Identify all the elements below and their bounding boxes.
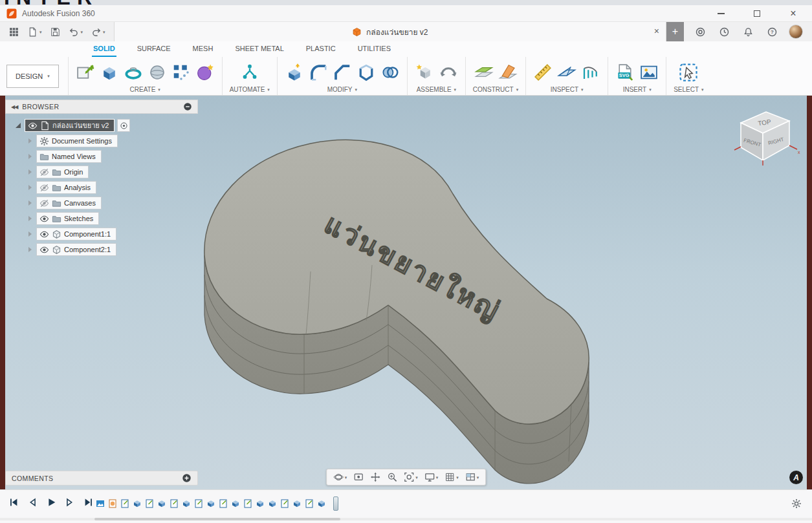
timeline-item-sketch[interactable] bbox=[145, 499, 154, 508]
step-forward-button[interactable] bbox=[64, 496, 76, 508]
create-sketch-button[interactable] bbox=[76, 63, 95, 82]
timeline-item-canvas[interactable] bbox=[96, 499, 105, 508]
timeline-item-extrude[interactable] bbox=[268, 499, 277, 508]
timeline-item-extrude[interactable] bbox=[182, 499, 191, 508]
timeline-scroll-thumb[interactable] bbox=[94, 518, 340, 520]
browser-item-chip[interactable]: Analysis bbox=[36, 181, 96, 194]
pan-button[interactable] bbox=[370, 472, 380, 482]
viewports-button[interactable]: ▾ bbox=[465, 472, 479, 482]
redo-button[interactable]: ▾ bbox=[89, 25, 107, 39]
timeline-item-appearance[interactable] bbox=[108, 499, 117, 508]
grid-display-button[interactable]: ▾ bbox=[444, 472, 459, 482]
browser-item-chip[interactable]: Named Views bbox=[36, 150, 102, 163]
fillet-button[interactable] bbox=[309, 63, 328, 82]
chamfer-button[interactable] bbox=[333, 63, 352, 82]
expand-arrow-icon[interactable] bbox=[28, 200, 32, 206]
browser-root-chip[interactable]: กล่องแว่นขยาย v2 bbox=[25, 119, 115, 132]
pattern-button[interactable] bbox=[171, 63, 191, 82]
eye-visible-icon[interactable] bbox=[28, 121, 38, 131]
expand-arrow-icon[interactable] bbox=[28, 185, 32, 190]
eye-hidden-icon[interactable] bbox=[39, 198, 49, 208]
timeline-item-sketch[interactable] bbox=[243, 499, 252, 508]
comments-bar[interactable]: COMMENTS bbox=[5, 471, 198, 486]
browser-header[interactable]: ◀◀ BROWSER bbox=[5, 100, 198, 114]
ribbon-tab-plastic[interactable]: PLASTIC bbox=[305, 41, 337, 57]
file-button[interactable]: ▾ bbox=[25, 25, 44, 39]
browser-item-chip[interactable]: Component2:1 bbox=[36, 243, 116, 256]
play-button[interactable] bbox=[45, 496, 57, 508]
timeline-item-extrude[interactable] bbox=[317, 499, 326, 508]
automate-button[interactable] bbox=[240, 63, 259, 82]
look-at-button[interactable] bbox=[353, 472, 364, 482]
expand-arrow-icon[interactable] bbox=[28, 247, 32, 252]
undo-button[interactable]: ▾ bbox=[67, 25, 85, 39]
ribbon-group-label[interactable]: MODIFY▾ bbox=[327, 85, 357, 93]
browser-item-chip[interactable]: Component1:1 bbox=[36, 228, 116, 240]
close-button[interactable]: × bbox=[786, 7, 800, 20]
new-document-button[interactable]: + bbox=[666, 22, 684, 41]
press-pull-button[interactable] bbox=[285, 63, 304, 82]
ribbon-group-label[interactable]: INSPECT▾ bbox=[551, 85, 584, 93]
ribbon-tab-solid[interactable]: SOLID bbox=[92, 41, 116, 57]
timeline-settings-gear-icon[interactable] bbox=[791, 498, 802, 509]
step-back-button[interactable] bbox=[27, 496, 38, 508]
ribbon-tab-surface[interactable]: SURFACE bbox=[136, 41, 172, 57]
orbit-button[interactable]: ▾ bbox=[333, 472, 347, 482]
timeline-item-extrude[interactable] bbox=[133, 499, 142, 508]
sphere-button[interactable] bbox=[148, 63, 167, 82]
activate-component-icon[interactable] bbox=[117, 119, 130, 132]
user-avatar[interactable] bbox=[789, 25, 803, 39]
ribbon-tab-utilities[interactable]: UTILITIES bbox=[357, 41, 392, 57]
viewport-canvas[interactable]: แว่นขยายใหญ่ ◀◀ BROWSER กล่องแว่นขยาย v2… bbox=[0, 96, 812, 489]
browser-item-chip[interactable]: Canvases bbox=[36, 197, 102, 209]
clock-button[interactable] bbox=[717, 25, 732, 39]
ribbon-group-label[interactable]: CREATE▾ bbox=[130, 85, 160, 93]
eye-visible-icon[interactable] bbox=[39, 214, 49, 224]
collapse-arrow-icon[interactable] bbox=[16, 123, 21, 128]
timeline-item-sketch[interactable] bbox=[194, 499, 203, 508]
timeline-item-sketch[interactable] bbox=[280, 499, 289, 508]
eye-hidden-icon[interactable] bbox=[39, 167, 49, 177]
insert-canvas-button[interactable] bbox=[639, 63, 659, 82]
ribbon-group-label[interactable]: AUTOMATE▾ bbox=[230, 85, 270, 93]
expand-arrow-icon[interactable] bbox=[28, 216, 32, 221]
timeline-item-sketch[interactable] bbox=[120, 499, 129, 508]
insert-svg-button[interactable]: SVG bbox=[615, 63, 635, 82]
workspace-selector[interactable]: DESIGN ▾ bbox=[6, 65, 59, 88]
minimize-panel-icon[interactable] bbox=[183, 102, 192, 111]
collapse-panel-icon[interactable]: ◀◀ bbox=[11, 104, 17, 110]
timeline-item-extrude[interactable] bbox=[157, 499, 166, 508]
browser-item-chip[interactable]: Origin bbox=[36, 165, 89, 178]
curvature-button[interactable] bbox=[581, 63, 600, 82]
expand-arrow-icon[interactable] bbox=[28, 154, 32, 159]
ribbon-group-label[interactable]: INSERT▾ bbox=[623, 85, 652, 93]
maximize-button[interactable] bbox=[750, 7, 764, 20]
form-button[interactable] bbox=[195, 63, 215, 82]
eye-hidden-icon[interactable] bbox=[39, 183, 49, 193]
minimize-button[interactable] bbox=[714, 7, 728, 20]
ribbon-group-label[interactable]: ASSEMBLE▾ bbox=[417, 85, 456, 93]
plane-angle-button[interactable] bbox=[498, 63, 518, 82]
timeline-item-sketch[interactable] bbox=[219, 499, 228, 508]
add-comment-icon[interactable] bbox=[182, 473, 192, 483]
timeline-item-extrude[interactable] bbox=[256, 499, 265, 508]
section-analysis-button[interactable] bbox=[557, 63, 576, 82]
select-button[interactable] bbox=[679, 63, 698, 82]
app-grid-button[interactable] bbox=[6, 25, 21, 39]
autodesk-assistant-button[interactable]: A bbox=[789, 471, 803, 484]
document-tab[interactable]: กล่องแว่นขยาย v2 × bbox=[114, 22, 666, 41]
expand-arrow-icon[interactable] bbox=[28, 231, 32, 237]
joint-button[interactable] bbox=[439, 63, 458, 82]
timeline-item-sketch[interactable] bbox=[305, 499, 314, 508]
timeline-item-extrude[interactable] bbox=[231, 499, 240, 508]
browser-item-chip[interactable]: Document Settings bbox=[36, 134, 118, 147]
timeline-position-marker[interactable] bbox=[333, 496, 338, 511]
combine-button[interactable] bbox=[380, 63, 400, 82]
new-component-button[interactable] bbox=[415, 63, 434, 82]
eye-visible-icon[interactable] bbox=[39, 229, 49, 239]
expand-arrow-icon[interactable] bbox=[28, 138, 32, 144]
timeline-item-extrude[interactable] bbox=[206, 499, 215, 508]
measure-button[interactable] bbox=[533, 63, 553, 82]
ribbon-tab-mesh[interactable]: MESH bbox=[192, 41, 215, 57]
skip-start-button[interactable] bbox=[8, 496, 19, 508]
